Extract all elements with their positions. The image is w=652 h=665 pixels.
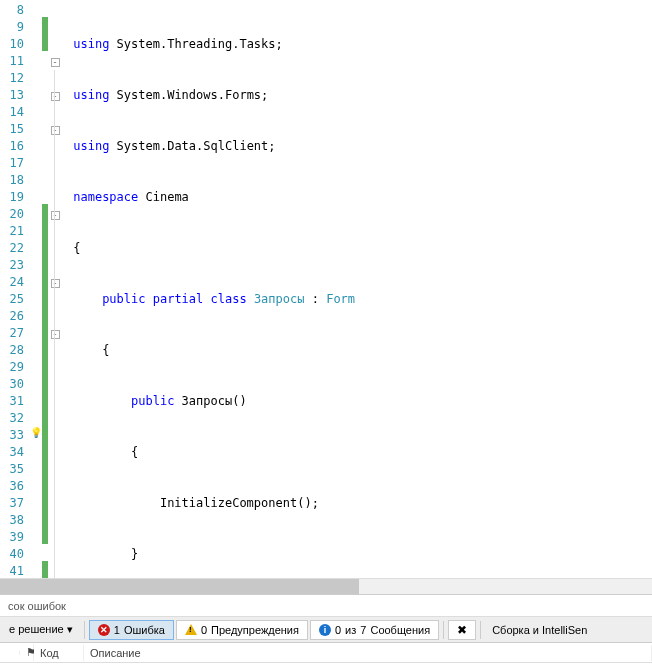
code-editor[interactable]: 8910111213141516171819202122232425262728…	[0, 0, 652, 578]
horizontal-scrollbar[interactable]	[0, 578, 652, 594]
fold-toggle-icon[interactable]: -	[51, 92, 60, 101]
clear-icon: ✖	[457, 623, 467, 637]
messages-filter-button[interactable]: i 0 из 7 Сообщения	[310, 620, 439, 640]
info-icon: i	[319, 624, 331, 636]
error-list-tab[interactable]: сок ошибок	[0, 597, 74, 615]
fold-toggle-icon[interactable]: -	[51, 211, 60, 220]
error-list-header[interactable]: ⚑ Код Описание	[0, 643, 652, 663]
outline-margin[interactable]: - - - - - -	[48, 0, 62, 578]
scrollbar-thumb[interactable]	[0, 579, 359, 594]
warnings-filter-button[interactable]: 0 Предупреждения	[176, 620, 308, 640]
error-icon: ✕	[98, 624, 110, 636]
fold-toggle-icon[interactable]: -	[51, 330, 60, 339]
warning-icon	[185, 624, 197, 635]
error-list-panel: сок ошибок е решение ▾ ✕ 1 Ошибка 0 Пред…	[0, 594, 652, 665]
errors-filter-button[interactable]: ✕ 1 Ошибка	[89, 620, 174, 640]
fold-toggle-icon[interactable]: -	[51, 126, 60, 135]
error-list-toolbar: е решение ▾ ✕ 1 Ошибка 0 Предупреждения …	[0, 617, 652, 643]
build-intellisense-dropdown[interactable]: Сборка и IntelliSen	[485, 621, 594, 639]
lightbulb-icon[interactable]: 💡	[30, 427, 42, 444]
lightbulb-margin: 💡	[30, 0, 42, 578]
filter-scope-dropdown[interactable]: е решение ▾	[2, 620, 80, 639]
code-text-area[interactable]: using System.Threading.Tasks; using Syst…	[62, 0, 652, 578]
fold-toggle-icon[interactable]: -	[51, 279, 60, 288]
fold-toggle-icon[interactable]: -	[51, 58, 60, 67]
line-number-gutter: 8910111213141516171819202122232425262728…	[0, 0, 30, 578]
clear-button[interactable]: ✖	[448, 620, 476, 640]
